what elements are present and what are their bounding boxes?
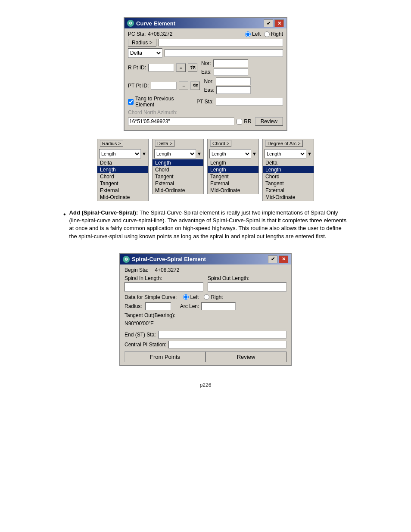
list-item[interactable]: External (263, 187, 314, 194)
radius-panel-header-btn[interactable]: Radius > (100, 140, 123, 147)
list-item[interactable]: Chord (153, 166, 203, 173)
spiral-in-label: Spiral In Length: (125, 275, 203, 281)
delta-panel-dropdown[interactable]: Length (154, 149, 196, 159)
list-item[interactable]: Tangent (208, 173, 258, 180)
central-pi-input[interactable] (168, 341, 286, 348)
pt-pt-map-icon[interactable]: 🗺 (190, 81, 200, 90)
pt-pt-id-label: PT Pt ID: (128, 83, 149, 89)
list-item[interactable]: Delta (97, 159, 148, 166)
end-st-sta-input[interactable] (158, 331, 286, 339)
rr-checkbox[interactable] (237, 119, 242, 124)
list-item[interactable]: External (97, 187, 148, 194)
arc-len-input[interactable] (201, 302, 236, 310)
spiral-right-radio[interactable] (204, 294, 209, 300)
azimuth-input[interactable] (128, 118, 234, 125)
list-item[interactable]: Mid-Ordinate (208, 187, 258, 194)
spiral-footer: From Points Review (125, 351, 286, 362)
right-radio[interactable] (264, 31, 270, 37)
list-item[interactable]: Tangent (153, 173, 203, 180)
eas-label: Eas: (201, 69, 212, 75)
review-button[interactable]: Review (255, 117, 283, 126)
r-pt-id-label: R Pt ID: (128, 65, 146, 71)
chord-panel-dropdown[interactable]: Length (209, 149, 251, 159)
r-pt-list-icon[interactable]: ≡ (176, 63, 186, 72)
list-item-selected[interactable]: Length (97, 166, 148, 173)
eas2-label: Eas: (204, 87, 214, 93)
list-item-selected[interactable]: Length (153, 159, 203, 166)
bullet-section: • Add (Spiral-Curve-Spiral): The Spiral-… (59, 209, 352, 246)
degree-arc-panel-list: Delta Length Chord Tangent External Mid-… (263, 159, 314, 201)
spiral-radius-input[interactable] (145, 302, 171, 310)
spiral-dialog-title: Spiral-Curve-Spiral Element (132, 256, 206, 262)
curve-dialog-title: Curve Element (136, 20, 175, 27)
list-item[interactable]: Chord (263, 173, 314, 180)
radius-panel-dropdown[interactable]: Length Delta Chord (99, 149, 141, 159)
chord-panel-header-btn[interactable]: Chord > (210, 140, 231, 147)
list-item[interactable]: External (208, 180, 258, 187)
bullet-text: Add (Spiral-Curve-Spiral): The Spiral-Cu… (69, 209, 348, 240)
spiral-left-label: Left (190, 294, 199, 300)
bullet-title: Add (Spiral-Curve-Spiral): (69, 209, 138, 216)
r-pt-map-icon[interactable]: 🗺 (188, 63, 197, 72)
pt-pt-id-input[interactable] (151, 82, 177, 90)
list-item[interactable]: Mid-Ordinate (97, 194, 148, 201)
nor2-input[interactable] (216, 78, 251, 85)
tangent-out-label: Tangent Out(Bearing): (125, 312, 175, 318)
pt-sta-input[interactable] (216, 98, 283, 106)
curve-title-icon: ⚙ (127, 20, 134, 27)
spiral-dialog: ⚙ Spiral-Curve-Spiral Element ✔ ✕ Begin … (119, 253, 292, 366)
pt-pt-list-icon[interactable]: ≡ (179, 81, 188, 90)
bullet-dot: • (63, 210, 66, 240)
tang-checkbox-label[interactable]: Tang to Previous Element (128, 96, 190, 108)
list-item[interactable]: Length (208, 159, 258, 166)
panels-container: Radius > Length Delta Chord ▼ Delta Leng… (97, 139, 314, 201)
nor2-label: Nor: (204, 78, 214, 84)
left-label: Left (252, 31, 261, 37)
list-item[interactable]: Tangent (97, 180, 148, 187)
delta-dropdown[interactable]: Delta Length Chord (128, 48, 162, 58)
left-right-radio-group: Left Right (245, 31, 283, 37)
begin-sta-label: Begin Sta: (125, 267, 148, 273)
degree-arc-panel: Degree of Arc > Length ▼ Delta Length Ch… (262, 139, 314, 201)
curve-close-button[interactable]: ✕ (274, 19, 284, 27)
arc-len-label: Arc Len: (180, 303, 199, 309)
eas2-input[interactable] (216, 86, 251, 94)
list-item[interactable]: Tangent (263, 180, 314, 187)
spiral-check-button[interactable]: ✔ (268, 255, 277, 263)
left-radio[interactable] (245, 31, 251, 37)
list-item[interactable]: External (153, 180, 203, 187)
spiral-left-radio[interactable] (183, 294, 189, 300)
radius-button[interactable]: Radius > (128, 39, 156, 47)
list-item-selected[interactable]: Length (208, 166, 258, 173)
list-item[interactable]: Mid-Ordinate (263, 194, 314, 201)
right-label: Right (271, 31, 283, 37)
pt-sta-label: PT Sta: (196, 99, 214, 105)
spiral-out-input[interactable]: 300.0000 (208, 282, 286, 292)
eas-input[interactable] (214, 68, 248, 76)
spiral-in-input[interactable]: 300.0000 (125, 282, 203, 292)
curve-check-button[interactable]: ✔ (264, 19, 273, 27)
radius-input[interactable] (159, 39, 283, 47)
list-item-selected[interactable]: Length (263, 166, 314, 173)
tang-checkbox[interactable] (128, 99, 134, 105)
list-item[interactable]: Chord (97, 173, 148, 180)
nor-input[interactable] (213, 59, 248, 67)
delta-panel-header-btn[interactable]: Delta > (155, 140, 174, 147)
list-item[interactable]: Delta (263, 159, 314, 166)
spiral-titlebar: ⚙ Spiral-Curve-Spiral Element ✔ ✕ (120, 254, 291, 264)
list-item[interactable]: Mid-Ordinate (153, 187, 203, 194)
pc-sta-label: PC Sta: (128, 31, 146, 37)
r-pt-id-input[interactable] (148, 64, 174, 72)
spiral-close-button[interactable]: ✕ (279, 255, 288, 263)
rr-checkbox-label[interactable]: RR (237, 118, 251, 124)
spiral-out-label: Spiral Out Length: (208, 275, 286, 281)
end-st-sta-label: End (ST) Sta: (125, 332, 156, 338)
degree-arc-panel-dropdown[interactable]: Length (265, 149, 306, 159)
curve-element-dialog: ⚙ Curve Element ✔ ✕ PC Sta: 4+08.3272 Le… (124, 17, 287, 131)
data-label: Data for Simple Curve: (125, 294, 177, 300)
central-pi-label: Central PI Station: (125, 342, 166, 348)
delta-input[interactable] (165, 49, 283, 57)
spiral-review-button[interactable]: Review (206, 352, 286, 362)
from-points-button[interactable]: From Points (125, 352, 206, 362)
degree-arc-panel-header-btn[interactable]: Degree of Arc > (265, 140, 303, 147)
